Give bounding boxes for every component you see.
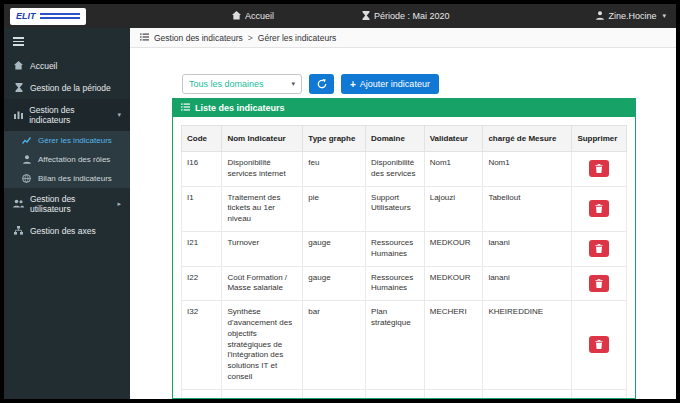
sidebar-item-accueil[interactable]: Accueil (4, 55, 130, 77)
hourglass-icon (362, 11, 370, 22)
cell-code: I32 (182, 301, 222, 390)
panel-header: Liste des indicateurs (173, 99, 635, 117)
col-header-code: Code (182, 126, 222, 152)
home-icon (13, 61, 24, 70)
table-row: I16 Disponibilité services internet feu … (182, 152, 627, 187)
cell-supprimer (572, 266, 627, 301)
app-window: ELIT Accueil Période : Mai 2020 Zine.Hoc… (0, 0, 680, 403)
chevron-right-icon: ▸ (117, 200, 121, 208)
trash-icon (595, 161, 603, 176)
sidebar-item-gestion-utilisateurs[interactable]: Gestion des utilisateurs ▸ (4, 188, 130, 220)
table-row: I32 Synthèse d'avancement des objectifs … (182, 301, 627, 390)
panel-title: Liste des indicateurs (195, 103, 285, 113)
user-menu[interactable]: Zine.Hocine ▾ (596, 4, 666, 28)
sitemap-icon (13, 226, 24, 235)
cell-type-graphe: feu (303, 389, 366, 398)
cell-validateur: MEDKOUR (424, 231, 483, 266)
col-header-nom: Nom Indicateur (222, 126, 303, 152)
cell-domaine: Support Utilisateurs (366, 186, 425, 231)
toolbar: Tous les domaines ▾ + Ajouter indicateur (182, 74, 636, 94)
delete-button[interactable] (589, 160, 609, 177)
sidebar-item-label: Bilan des indicateurs (38, 174, 112, 183)
sidebar-item-gerer-indicateurs[interactable]: Gérer les indicateurs (4, 131, 130, 150)
delete-button[interactable] (589, 240, 609, 257)
cell-type-graphe: feu (303, 152, 366, 187)
sidebar-item-label: Gestion des indicateurs (29, 105, 111, 125)
delete-button[interactable] (589, 275, 609, 292)
sidebar-submenu: Gérer les indicateurs Affectation des rô… (4, 131, 130, 188)
sidebar-item-label: Accueil (30, 61, 57, 71)
cell-charge-de-mesure: Nom1 (483, 152, 572, 187)
cell-code: I22 (182, 266, 222, 301)
chevron-down-icon: ▾ (117, 111, 121, 119)
cell-domaine: Ressources Humaines (366, 266, 425, 301)
sidebar-item-label: Gestion de la période (30, 83, 111, 93)
trash-icon (595, 276, 603, 291)
cell-domaine: Ressources Humaines (366, 231, 425, 266)
cell-supprimer (572, 231, 627, 266)
sidebar-item-label: Affectation des rôles (38, 155, 110, 164)
domain-select[interactable]: Tous les domaines ▾ (182, 74, 302, 94)
cell-code: I5 (182, 389, 222, 398)
sidebar-item-gestion-axes[interactable]: Gestion des axes (4, 220, 130, 242)
indicator-table-body: I16 Disponibilité services internet feu … (182, 152, 627, 399)
add-indicator-button[interactable]: + Ajouter indicateur (341, 74, 439, 94)
cell-type-graphe: gauge (303, 231, 366, 266)
main-content: Gestion des indicateurs > Gérer les indi… (130, 28, 676, 399)
col-header-domaine: Domaine (366, 126, 425, 152)
delete-button[interactable] (589, 336, 609, 353)
table-row: I1 Traitement des tickets au 1er niveau … (182, 186, 627, 231)
cell-charge-de-mesure: lanani (483, 231, 572, 266)
cell-type-graphe: pie (303, 186, 366, 231)
logo[interactable]: ELIT (10, 8, 86, 25)
cell-type-graphe: gauge (303, 266, 366, 301)
cell-domaine: Disponibilité des infrastructures (366, 389, 425, 398)
sidebar-item-gestion-periode[interactable]: Gestion de la période (4, 77, 130, 99)
add-indicator-label: Ajouter indicateur (360, 79, 430, 89)
col-header-validateur: Validateur (424, 126, 483, 152)
sidebar-toggle-button[interactable] (4, 28, 130, 55)
sidebar-item-affectation-roles[interactable]: Affectation des rôles (4, 150, 130, 169)
cell-domaine: Disponibilité des services (366, 152, 425, 187)
cell-validateur: MECHERI (424, 301, 483, 390)
indicators-table: Code Nom Indicateur Type graphe Domaine … (181, 125, 627, 398)
cell-validateur: Lajouzi (424, 186, 483, 231)
cell-supprimer (572, 152, 627, 187)
trash-icon (595, 241, 603, 256)
logo-decoration (40, 12, 80, 21)
sidebar-item-gestion-indicateurs[interactable]: Gestion des indicateurs ▾ (4, 99, 130, 131)
caret-down-icon: ▾ (662, 12, 666, 20)
table-row: I21 Turnover gauge Ressources Humaines M… (182, 231, 627, 266)
panel-body: Code Nom Indicateur Type graphe Domaine … (173, 117, 635, 398)
cell-nom-indicateur: Traitement des tickets au 1er niveau (222, 186, 303, 231)
sidebar: Accueil Gestion de la période Gestion de… (4, 28, 130, 399)
cell-charge-de-mesure: lanani (483, 266, 572, 301)
breadcrumb-current: Gérer les indicateurs (258, 33, 336, 43)
cell-code: I1 (182, 186, 222, 231)
topbar-period[interactable]: Période : Mai 2020 (362, 4, 450, 28)
cell-supprimer (572, 389, 627, 398)
cell-validateur: Nom1 (424, 152, 483, 187)
table-header-row: Code Nom Indicateur Type graphe Domaine … (182, 126, 627, 152)
bar-chart-icon (13, 110, 23, 119)
topbar-home-link[interactable]: Accueil (232, 4, 274, 28)
plus-icon: + (350, 79, 356, 90)
sidebar-nav: Accueil Gestion de la période Gestion de… (4, 55, 130, 242)
topbar: ELIT Accueil Période : Mai 2020 Zine.Hoc… (4, 4, 676, 28)
refresh-button[interactable] (309, 74, 334, 94)
sidebar-item-label: Gérer les indicateurs (38, 136, 112, 145)
cell-type-graphe: bar (303, 301, 366, 390)
breadcrumb-parent[interactable]: Gestion des indicateurs (154, 33, 243, 43)
hourglass-icon (13, 83, 24, 92)
list-icon (181, 103, 190, 113)
delete-button[interactable] (589, 200, 609, 217)
sidebar-item-bilan-indicateurs[interactable]: Bilan des indicateurs (4, 169, 130, 188)
cell-domaine: Plan stratégique (366, 301, 425, 390)
sidebar-item-label: Gestion des utilisateurs (30, 194, 111, 214)
chevron-down-icon: ▾ (291, 80, 295, 88)
cell-code: I21 (182, 231, 222, 266)
domain-select-value: Tous les domaines (189, 79, 264, 89)
home-icon (232, 11, 241, 22)
cell-code: I16 (182, 152, 222, 187)
user-icon (21, 155, 32, 164)
